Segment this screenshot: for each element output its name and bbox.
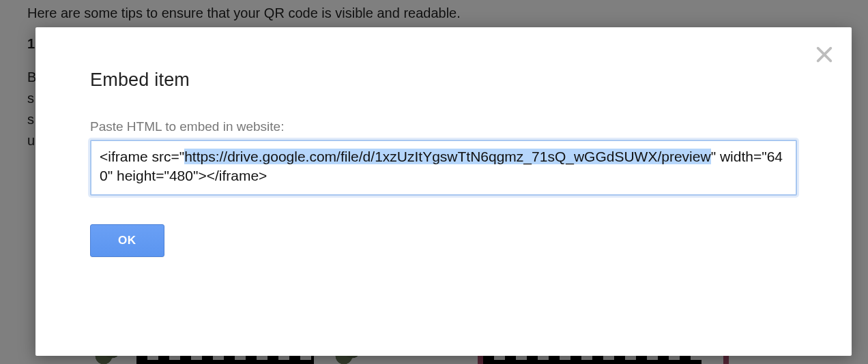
ok-button[interactable]: OK (90, 224, 164, 257)
embed-code-input[interactable]: <iframe src="https://drive.google.com/fi… (90, 140, 797, 196)
dialog-title: Embed item (90, 70, 797, 91)
embed-code-pre: <iframe src=" (100, 149, 184, 164)
embed-code-url-selected: https://drive.google.com/file/d/1xzUzItY… (184, 149, 710, 164)
embed-item-dialog: Embed item Paste HTML to embed in websit… (35, 27, 852, 356)
embed-field-label: Paste HTML to embed in website: (90, 119, 797, 134)
close-button[interactable] (815, 45, 834, 64)
close-icon (815, 45, 834, 64)
